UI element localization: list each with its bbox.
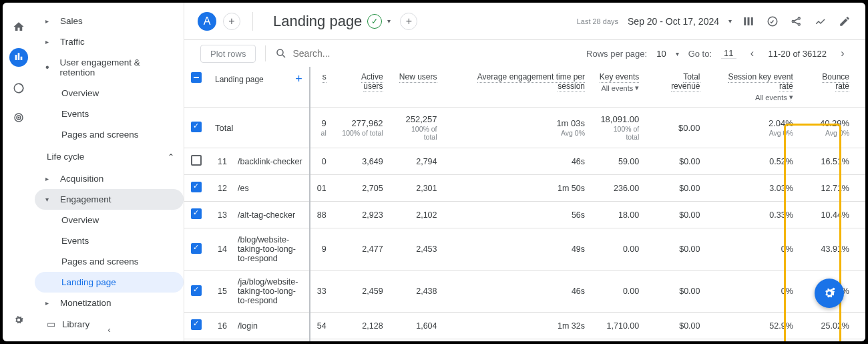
cell: 25.02% <box>800 313 865 339</box>
date-range[interactable]: Sep 20 - Oct 17, 2024 <box>628 16 719 27</box>
explore-icon[interactable] <box>11 80 27 96</box>
cell: 3.03% <box>707 175 800 202</box>
row-checkbox[interactable] <box>184 202 208 228</box>
landing-page-path[interactable]: /backlink-checker <box>231 148 310 175</box>
sidebar-item-overview[interactable]: Overview <box>35 83 184 104</box>
landing-page-path[interactable]: /es <box>231 175 310 202</box>
search-input[interactable] <box>292 48 426 59</box>
goto-value[interactable]: 11 <box>721 48 736 59</box>
next-page-button[interactable]: › <box>836 47 849 59</box>
settings-icon[interactable] <box>11 312 27 328</box>
sidebar-item-traffic[interactable]: ▸Traffic <box>35 31 184 52</box>
trend-icon[interactable] <box>813 14 828 29</box>
add-dimension-button[interactable]: + <box>295 72 302 86</box>
cell: 0.52% <box>707 148 800 175</box>
cell: 2,459 <box>333 271 390 313</box>
cell: 0.33% <box>707 202 800 228</box>
cell: 33 <box>310 271 333 313</box>
sidebar-item-monetization[interactable]: ▸Monetization <box>35 293 184 313</box>
sidebar-item-pages-screens-2[interactable]: Pages and screens <box>35 251 184 272</box>
col-bounce-rate[interactable]: Bounce rate <box>800 67 865 108</box>
table-controls: Plot rows Rows per page: 10 ▾ Go to: 11 … <box>184 40 865 67</box>
cell: 49s <box>444 339 592 342</box>
caret-right-icon: ▸ <box>45 175 55 182</box>
table-row: 17/canonical-checker312,1651,58249s10.00… <box>184 339 865 342</box>
row-checkbox[interactable] <box>184 313 208 339</box>
account-avatar[interactable]: A <box>198 12 216 31</box>
insights-fab[interactable] <box>815 279 844 308</box>
row-checkbox[interactable] <box>184 228 208 271</box>
cell: $0.00 <box>646 339 706 342</box>
prev-page-button[interactable]: ‹ <box>746 47 759 59</box>
reports-icon[interactable] <box>9 48 28 67</box>
key-events-filter[interactable]: All events ▾ <box>598 83 639 92</box>
chevron-down-icon[interactable]: ▾ <box>387 17 391 25</box>
rows-per-page-value[interactable]: 10 <box>656 49 666 59</box>
col-new-users[interactable]: New users <box>390 67 444 108</box>
sidebar-item-pages-screens[interactable]: Pages and screens <box>35 124 184 145</box>
status-verified-icon[interactable]: ✓ <box>367 14 382 29</box>
landing-page-path[interactable]: /login <box>231 313 310 339</box>
page-title: Landing page ✓ ▾ + <box>273 13 417 30</box>
cell: 2,301 <box>390 175 444 202</box>
sidebar-item-user-engagement[interactable]: •User engagement & retention <box>35 52 184 83</box>
col-landing-page: Landing page + <box>208 67 310 108</box>
cell: $0.00 <box>646 108 706 148</box>
landing-page-path[interactable]: /alt-tag-checker <box>231 202 310 228</box>
sidebar-item-events-2[interactable]: Events <box>35 230 184 251</box>
plot-rows-button[interactable]: Plot rows <box>200 45 256 63</box>
col-session-key-rate[interactable]: Session key event rateAll events ▾ <box>707 67 800 108</box>
row-index: 14 <box>208 228 231 271</box>
cell: 2,794 <box>390 148 444 175</box>
customize-columns-icon[interactable] <box>741 14 756 29</box>
col-sessions-partial: s <box>310 67 333 108</box>
total-checkbox[interactable] <box>184 108 208 148</box>
landing-page-path[interactable]: /blog/website-taking-too-long-to-respond <box>231 228 310 271</box>
cell: 252,257100% of total <box>390 108 444 148</box>
col-total-revenue[interactable]: Total revenue <box>646 67 706 108</box>
sidebar-item-events[interactable]: Events <box>35 104 184 124</box>
row-checkbox[interactable] <box>184 271 208 313</box>
table-row: 11/backlink-checker03,6492,79446s59.00$0… <box>184 148 865 175</box>
session-key-filter[interactable]: All events ▾ <box>714 93 793 102</box>
svg-point-11 <box>277 49 283 55</box>
section-label: Life cycle <box>47 152 84 162</box>
row-index: 11 <box>208 148 231 175</box>
advertising-icon[interactable] <box>11 110 27 126</box>
collapse-sidebar-button[interactable]: ‹ <box>35 325 184 335</box>
add-comparison-button[interactable]: + <box>223 13 240 30</box>
sidebar-item-sales[interactable]: ▸Sales <box>35 11 184 31</box>
sidebar-item-acquisition[interactable]: ▸Acquisition <box>35 168 184 189</box>
sidebar-item-landing-page[interactable]: Landing page <box>35 272 184 293</box>
landing-page-path[interactable]: /ja/blog/website-taking-too-long-to-resp… <box>231 271 310 313</box>
home-icon[interactable] <box>11 19 27 35</box>
row-checkbox[interactable] <box>184 339 208 342</box>
cell: 88 <box>310 202 333 228</box>
chevron-down-icon[interactable]: ▾ <box>676 50 679 57</box>
svg-point-8 <box>792 20 794 22</box>
search-box[interactable] <box>275 47 577 59</box>
edit-icon[interactable] <box>837 14 852 29</box>
cell: 31 <box>310 339 333 342</box>
header-checkbox[interactable] <box>184 67 208 108</box>
nav-label: Traffic <box>60 37 85 47</box>
chevron-down-icon[interactable]: ▾ <box>728 17 732 25</box>
sidebar-item-overview-2[interactable]: Overview <box>35 210 184 230</box>
sidebar-item-engagement[interactable]: ▾Engagement <box>35 189 184 210</box>
nav-label: Pages and screens <box>61 256 139 267</box>
share-icon[interactable] <box>789 14 804 29</box>
landing-page-path[interactable]: /canonical-checker <box>231 339 310 342</box>
add-card-button[interactable]: + <box>400 13 417 30</box>
row-checkbox[interactable] <box>184 175 208 202</box>
insights-icon[interactable] <box>765 14 780 29</box>
sidebar-section-lifecycle[interactable]: Life cycle⌃ <box>35 145 184 168</box>
cell: 1m 03sAvg 0% <box>444 108 592 148</box>
col-key-events[interactable]: Key eventsAll events ▾ <box>592 67 646 108</box>
cell: 12.71% <box>800 175 865 202</box>
cell: 0% <box>707 271 800 313</box>
row-checkbox[interactable] <box>184 148 208 175</box>
cell: 2,453 <box>390 228 444 271</box>
col-active-users[interactable]: Active users <box>333 67 390 108</box>
col-avg-engagement[interactable]: Average engagement time per session <box>444 67 592 108</box>
svg-point-9 <box>798 17 800 19</box>
